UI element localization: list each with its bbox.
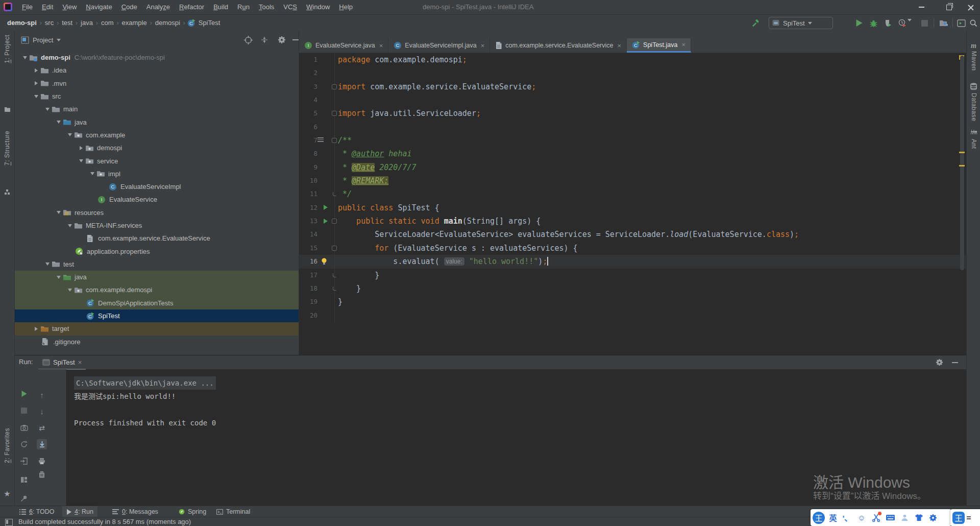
exit-icon[interactable] [19, 456, 29, 466]
sidebar-item-favorites[interactable]: 2: Favorites [0, 428, 14, 463]
breadcrumb-item[interactable]: com [100, 19, 115, 27]
menu-item-navigate[interactable]: Navigate [81, 0, 116, 14]
run-configuration-select[interactable]: SpiTest [769, 17, 833, 29]
code-line-12[interactable]: 12public class SpiTest { [299, 201, 966, 214]
code-line-2[interactable]: 2 [299, 66, 966, 80]
fold-open-icon[interactable] [332, 84, 337, 89]
close-icon[interactable]: × [481, 42, 485, 50]
tree-expanded-icon[interactable] [55, 118, 63, 126]
ime-collapse-arrows[interactable] [967, 516, 971, 519]
ime-user-button[interactable] [898, 512, 911, 524]
code-line-3[interactable]: 3import com.example.service.EvaluateServ… [299, 80, 966, 93]
tree-item-application.properties[interactable]: application.properties [15, 245, 299, 257]
code-line-8[interactable]: 8 * @author hehai [299, 147, 966, 160]
tree-item-com.example.service.EvaluateService[interactable]: com.example.service.EvaluateService [15, 232, 299, 245]
bottom-tab-6TODO[interactable]: 6: TODO [15, 506, 59, 517]
ime-mini-logo-icon[interactable]: 王 [952, 512, 965, 524]
ime-settings-button[interactable] [927, 512, 939, 524]
ant-icon[interactable] [967, 129, 980, 135]
tree-expanded-icon[interactable] [21, 54, 29, 62]
tree-item-META-INF.services[interactable]: META-INF.services [15, 219, 299, 232]
maven-m-icon[interactable]: m [967, 42, 980, 50]
code-line-13[interactable]: 13 public static void main(String[] args… [299, 214, 966, 228]
project-stripe-icon[interactable] [0, 106, 14, 113]
tree-expanded-icon[interactable] [88, 170, 96, 178]
fold-open-icon[interactable] [332, 111, 337, 116]
layout-icon[interactable] [19, 474, 29, 485]
run-button[interactable] [853, 17, 865, 29]
bottom-tab-4Run[interactable]: 4: Run [62, 506, 97, 517]
editor-tab-SpiTest.java[interactable]: CSpiTest.java× [627, 38, 691, 53]
soft-wrap-icon[interactable]: ⇄ [37, 423, 47, 433]
tree-item-EvaluateService[interactable]: IEvaluateService [15, 193, 299, 206]
ime-logo-icon[interactable]: 王 [813, 512, 825, 524]
tree-expanded-icon[interactable] [66, 131, 74, 139]
tree-expanded-icon[interactable] [66, 222, 74, 230]
screenshot-icon[interactable] [19, 422, 29, 433]
code-line-1[interactable]: 1package com.example.demospi; [299, 53, 966, 66]
code-line-14[interactable]: 14 ServiceLoader<EvaluateService> evalua… [299, 228, 966, 241]
tree-item-.gitignore[interactable]: .gitignore [15, 336, 299, 348]
tree-item-main[interactable]: main [15, 103, 299, 115]
tree-item-SpiTest[interactable]: CSpiTest [15, 309, 299, 322]
code-line-10[interactable]: 10 * @REMARK: [299, 174, 966, 187]
close-button[interactable] [962, 0, 980, 14]
hide-panel-icon[interactable] [292, 39, 299, 40]
code-line-11[interactable]: 11 */ [299, 187, 966, 201]
project-panel-header[interactable]: Project [15, 31, 299, 49]
tree-item-.mvn[interactable]: .mvn [15, 77, 299, 90]
menu-item-code[interactable]: Code [117, 0, 142, 14]
minimize-button[interactable] [910, 0, 933, 14]
fold-open-icon[interactable] [332, 246, 337, 251]
menu-item-analyze[interactable]: Analyze [142, 0, 175, 14]
close-icon[interactable]: × [379, 42, 383, 50]
run-line-icon[interactable] [324, 205, 328, 210]
code-line-15[interactable]: 15 for (EvaluateService s : evaluateServ… [299, 242, 966, 255]
breadcrumb-item[interactable]: SpiTest [198, 19, 222, 27]
stop-icon[interactable] [19, 405, 29, 416]
menu-item-vcs[interactable]: VCS [279, 0, 302, 14]
code-line-20[interactable]: 20 [299, 309, 966, 322]
editor-tab-EvaluateService.java[interactable]: IEvaluateService.java× [299, 38, 388, 53]
tree-item-service[interactable]: service [15, 154, 299, 167]
tree-expanded-icon[interactable] [43, 105, 52, 113]
tree-item-com.example.demospi[interactable]: com.example.demospi [15, 283, 299, 296]
sidebar-item-project[interactable]: 1: Project [0, 35, 14, 63]
editor-tab-EvaluateServiceImpl.java[interactable]: CEvaluateServiceImpl.java× [388, 38, 490, 53]
coverage-button[interactable] [883, 17, 894, 29]
breadcrumb-item[interactable]: demospi [154, 19, 181, 27]
fold-open-icon[interactable] [332, 219, 337, 224]
console-line-3[interactable] [66, 403, 966, 416]
close-icon[interactable]: × [78, 358, 82, 366]
tree-item-src[interactable]: src [15, 90, 299, 103]
console-line-2[interactable]: 我是测试spi:hello world!! [66, 390, 966, 403]
breadcrumb-item[interactable]: demo-spi [6, 19, 38, 27]
tool-window-toggle-icon[interactable] [5, 519, 13, 526]
bottom-tab-0Messages[interactable]: 0: Messages [108, 506, 162, 517]
warning-stripe-mark[interactable] [959, 165, 965, 166]
tree-collapsed-icon[interactable] [77, 144, 85, 152]
code-line-18[interactable]: 18 } [299, 282, 966, 295]
structure-stripe-icon[interactable] [0, 189, 14, 196]
sidebar-item-structure[interactable]: 7: Structure [0, 131, 14, 165]
console-line-4[interactable]: Process finished with exit code 0 [66, 416, 966, 429]
tree-item-.idea[interactable]: .idea [15, 64, 299, 77]
code-line-7[interactable]: 7/** [299, 134, 966, 147]
breadcrumb-item[interactable]: test [61, 19, 74, 27]
code-line-19[interactable]: 19} [299, 295, 966, 308]
code-line-4[interactable]: 4 [299, 93, 966, 107]
menu-item-view[interactable]: View [58, 0, 81, 14]
tree-item-java[interactable]: java [15, 271, 299, 283]
debug-button[interactable] [868, 17, 879, 29]
code-line-17[interactable]: 17 } [299, 269, 966, 282]
tree-item-demospi[interactable]: demospi [15, 141, 299, 154]
gear-icon[interactable] [276, 34, 287, 45]
ime-scissors-button[interactable] [870, 512, 882, 524]
run-anything-icon[interactable] [955, 17, 967, 29]
print-icon[interactable] [37, 456, 47, 466]
menu-item-build[interactable]: Build [209, 0, 233, 14]
run-line-icon[interactable] [324, 219, 328, 224]
menu-item-edit[interactable]: Edit [37, 0, 58, 14]
tree-collapsed-icon[interactable] [32, 325, 40, 333]
console-folded-text[interactable]: C:\Software\jdk\bin\java.exe ... [74, 376, 216, 390]
